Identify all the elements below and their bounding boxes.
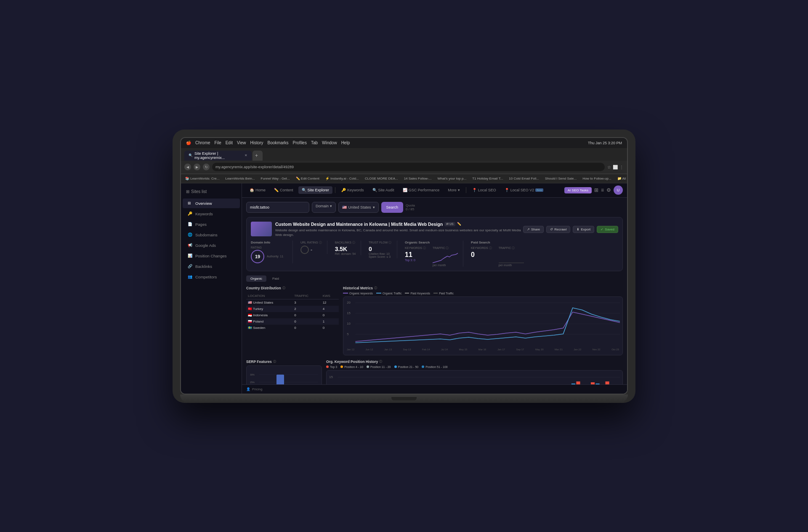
sidebar-item-subdomains[interactable]: 🌐 Subdomains	[183, 230, 240, 240]
paid-sparkline	[499, 251, 524, 264]
menu-history[interactable]: History	[250, 140, 263, 145]
left-panel: Country Distribution ⓘ LOCATION TRAFFIC …	[246, 286, 339, 355]
menu-tab[interactable]: Tab	[311, 140, 318, 145]
subdomains-label: Subdomains	[195, 233, 218, 237]
paid-traffic-label: TRAFFIC ⓘ	[499, 246, 524, 250]
search-button[interactable]: Search	[381, 202, 404, 213]
url-bar[interactable]: my.agencyremix.app/site-explorer/detail/…	[212, 163, 605, 171]
keywords-label: Keywords	[195, 212, 213, 216]
extension-icon[interactable]: ⬜	[613, 165, 618, 169]
share-button[interactable]: ↗ Share	[523, 226, 544, 233]
url-rating-label: URL RATING ⓘ	[300, 241, 322, 245]
menu-view[interactable]: View	[237, 140, 246, 145]
active-tab[interactable]: 🔍 Site Explorer | my.agencyremix... ✕	[184, 151, 252, 161]
bookmark-item-6[interactable]: CLOSE MORE DEA...	[363, 176, 400, 181]
bookmark-item-4[interactable]: ✏️ Edit Content	[294, 176, 321, 181]
forward-btn[interactable]: ▶	[194, 164, 200, 170]
menu-profiles[interactable]: Profiles	[293, 140, 307, 145]
nav-site-audit[interactable]: 🔍 Site Audit	[369, 186, 398, 194]
user-avatar[interactable]: U	[614, 185, 623, 195]
nav-local-seo[interactable]: 📍 Local SEO	[469, 186, 500, 194]
apple-icon[interactable]: 🍎	[186, 140, 191, 145]
nav-more[interactable]: More ▾	[444, 186, 463, 194]
bookmark-star-icon[interactable]: ☆	[607, 165, 611, 169]
bookmark-item-3[interactable]: Funnel Way - Get...	[259, 176, 292, 181]
pages-label: Pages	[195, 222, 207, 227]
bookmark-item-5[interactable]: ⚡ Instantly.ai - Cold...	[324, 176, 361, 181]
url-text: my.agencyremix.app/site-explorer/detail/…	[215, 165, 294, 169]
bookmark-item-2[interactable]: LearnWorlds Bein...	[223, 176, 256, 181]
sidebar-item-pages[interactable]: 📄 Pages	[183, 220, 240, 229]
sidebar-logo[interactable]: ⊞ Sites list	[181, 187, 242, 196]
menu-chrome[interactable]: Chrome	[195, 140, 210, 145]
search-input[interactable]	[246, 202, 309, 213]
domain-info-label: Domain Info	[251, 241, 287, 244]
sidebar-item-overview[interactable]: ⊞ Overview	[183, 199, 240, 208]
tab-organic[interactable]: Organic	[246, 275, 266, 282]
serp-chart-svg: 30% 25% 20% 15% 10%	[250, 369, 318, 384]
list-view-icon[interactable]: ≡	[601, 187, 604, 193]
bookmark-item-10[interactable]: 10 Cold Email Foll...	[507, 176, 541, 181]
nav-site-explorer[interactable]: 🔍 Site Explorer	[298, 186, 333, 194]
edit-icon[interactable]: ✏️	[457, 222, 461, 226]
country-flag-cell: 🇮🇩 Indonesia	[246, 312, 292, 318]
sidebar-item-position-changes[interactable]: 📊 Position Changes	[183, 251, 240, 261]
grid-view-icon[interactable]: ⊞	[594, 187, 598, 193]
bookmark-item-7[interactable]: 14 Sales Follow-...	[402, 176, 433, 181]
bookmark-item-12[interactable]: How to Follow-up...	[581, 176, 613, 181]
site-info-card: Custom Website Design and Maintenance in…	[246, 217, 623, 271]
nav-content[interactable]: ✏️ Content	[271, 186, 297, 194]
svg-text:25%: 25%	[250, 381, 255, 383]
bookmark-item-1[interactable]: 📚 LearnWorlds: Cre...	[183, 176, 221, 181]
nav-local-seo-v2[interactable]: 📍 Local SEO V2 Beta	[501, 186, 547, 194]
bookmark-item-13[interactable]: 📁 All Bookmarks	[616, 176, 627, 181]
mac-menu: 🍎 Chrome File Edit View History Bookmark…	[186, 140, 350, 145]
sidebar-item-google-ads[interactable]: 📢 Google Ads	[183, 241, 240, 250]
export-button[interactable]: ⬇ Export	[573, 226, 594, 233]
reload-btn[interactable]: ↻	[203, 164, 210, 170]
menu-help[interactable]: Help	[341, 140, 350, 145]
ai-seo-tasks-btn[interactable]: AI SEO Tasks	[564, 187, 592, 193]
kw-position-svg: 15 10 5	[329, 373, 620, 384]
settings-icon[interactable]: ⚙	[606, 187, 611, 193]
menu-bookmarks[interactable]: Bookmarks	[268, 140, 289, 145]
nav-home[interactable]: 🏠 Home	[246, 186, 269, 194]
svg-rect-53	[591, 382, 595, 384]
bookmark-item-9[interactable]: T1 Holiday Email T...	[470, 176, 505, 181]
kws-cell: 0	[321, 325, 339, 331]
chrome-browser: 🔍 Site Explorer | my.agencyremix... ✕ + …	[181, 148, 627, 183]
x-axis-labels: Jan 12 Jun 12 Jan 13 Sep 13 Feb 14 Jul 1…	[346, 348, 620, 351]
paid-kw-value: 0	[471, 251, 492, 259]
menu-window[interactable]: Window	[322, 140, 337, 145]
legend-pos51-100: Position 51 - 100	[422, 365, 448, 368]
bookmark-item-8[interactable]: What's your top p...	[436, 176, 468, 181]
url-rating-dash: -	[311, 247, 312, 253]
country-select[interactable]: 🇺🇸 United States ▾	[338, 202, 379, 213]
chevron-down-icon: ▾	[458, 188, 460, 192]
table-row: 🇮🇩 Indonesia 0 0	[246, 312, 339, 318]
sidebar-item-keywords[interactable]: 🔑 Keywords	[183, 209, 240, 219]
saved-button[interactable]: ✓ Saved	[597, 226, 618, 233]
svg-rect-19	[276, 375, 284, 384]
domain-select[interactable]: Domain ▾	[312, 202, 336, 213]
menu-file[interactable]: File	[215, 140, 221, 145]
domain-rating-score: 19	[251, 250, 264, 263]
info-icon-url: ⓘ	[319, 241, 322, 245]
col-kws: KWS	[321, 293, 339, 299]
country-flag-cell: 🇹🇷 Turkey	[246, 306, 292, 312]
new-tab-btn[interactable]: +	[252, 151, 263, 161]
bookmark-item-11[interactable]: Should I Send Sale...	[543, 176, 578, 181]
kws-cell: 4	[321, 306, 339, 312]
nav-keywords[interactable]: 🔑 Keywords	[338, 186, 367, 194]
sidebar-item-competitors[interactable]: 👥 Competitors	[183, 272, 240, 282]
tab-paid[interactable]: Paid	[268, 275, 283, 282]
back-btn[interactable]: ◀	[184, 164, 191, 170]
recrawl-button[interactable]: ↺ Recrawl	[546, 226, 570, 233]
menu-edit[interactable]: Edit	[226, 140, 233, 145]
chrome-menu-icon[interactable]: ⋮	[619, 165, 624, 169]
tab-close-icon[interactable]: ✕	[245, 154, 247, 157]
sites-list-label: Sites list	[191, 189, 207, 194]
sidebar-item-backlinks[interactable]: 🔗 Backlinks	[183, 262, 240, 271]
nav-gsc-performance[interactable]: 📈 GSC Performance	[399, 186, 443, 194]
search-bar: Domain ▾ 🇺🇸 United States ▾ Search Quota…	[246, 202, 623, 213]
